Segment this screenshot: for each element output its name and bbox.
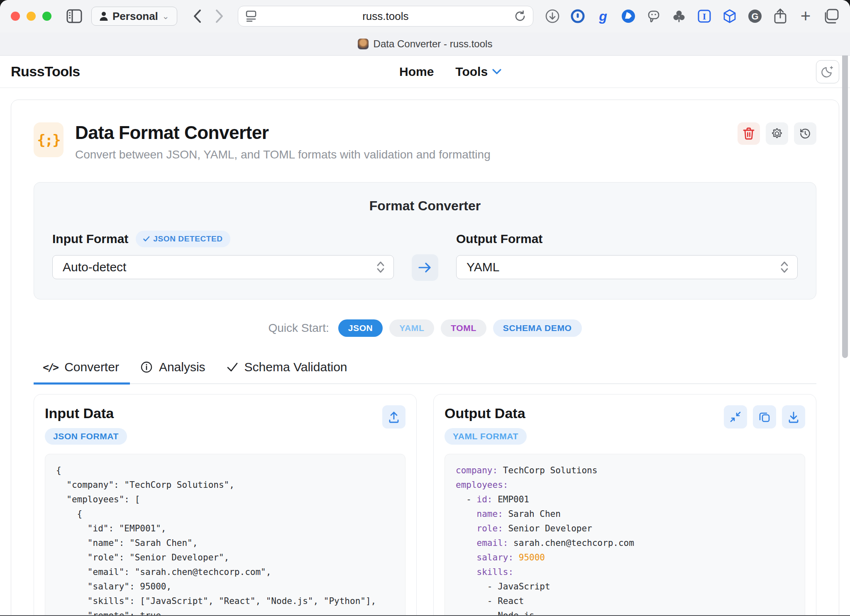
tab-converter[interactable]: </> Converter: [34, 360, 130, 385]
code-line: email: sarah.chen@techcorp.com: [456, 536, 794, 550]
info-icon: [141, 361, 152, 373]
collapse-output-button[interactable]: [724, 405, 747, 429]
clover-extension-icon[interactable]: [671, 8, 687, 24]
sidebar-toggle-icon[interactable]: [66, 9, 82, 23]
tool-actions: [738, 122, 816, 145]
trash-icon: [743, 127, 755, 140]
code-line: company: TechCorp Solutions: [456, 463, 794, 478]
code-line: "name": "Sarah Chen",: [56, 536, 394, 550]
page-scrollbar-thumb[interactable]: [842, 56, 848, 358]
site-favicon-avatar: [358, 39, 369, 49]
select-chevrons-icon: [376, 261, 385, 274]
instapaper-extension-icon[interactable]: I: [696, 8, 713, 24]
site-header: RussTools Home Tools: [0, 56, 850, 88]
close-window-button[interactable]: [11, 12, 20, 21]
upload-file-button[interactable]: [382, 405, 405, 429]
nav-tools-dropdown[interactable]: Tools: [455, 65, 502, 79]
convert-direction-cell: [394, 254, 456, 279]
zoom-window-button[interactable]: [42, 12, 51, 21]
output-data-panel: Output Data YAML FORMAT: [433, 394, 816, 616]
grammarly-extension-icon[interactable]: G: [747, 8, 763, 24]
new-tab-icon[interactable]: +: [797, 8, 814, 24]
code-line: salary: 95000: [456, 550, 794, 565]
convert-arrow-button[interactable]: [412, 254, 438, 281]
output-format-group: Output Format YAML: [456, 230, 798, 279]
profile-switcher-button[interactable]: Personal ⌄: [91, 7, 177, 26]
quick-start-schema-demo-button[interactable]: SCHEMA DEMO: [493, 319, 582, 337]
share-icon[interactable]: [772, 8, 789, 24]
mascot-extension-icon[interactable]: [620, 8, 637, 24]
main-nav: Home Tools: [399, 65, 502, 79]
code-line: "id": "EMP001",: [56, 521, 394, 536]
settings-button[interactable]: [766, 122, 788, 145]
input-format-badge: JSON FORMAT: [45, 428, 127, 445]
code-line: - React: [456, 594, 794, 609]
quick-start-json-button[interactable]: JSON: [338, 319, 383, 337]
clear-button[interactable]: [738, 122, 760, 145]
reload-icon[interactable]: [514, 10, 526, 22]
back-button[interactable]: [193, 9, 201, 23]
code-line: "role": "Senior Developer",: [56, 550, 394, 565]
code-line: "email": "sarah.chen@techcorp.com",: [56, 565, 394, 579]
input-code-editor[interactable]: { "company": "TechCorp Solutions", "empl…: [45, 454, 405, 616]
minimize-window-button[interactable]: [27, 12, 36, 21]
onepassword-extension-icon[interactable]: [569, 8, 586, 24]
window-controls: [11, 12, 51, 21]
profile-label: Personal: [112, 10, 158, 23]
reader-view-icon[interactable]: [245, 10, 257, 23]
code-line: - id: EMP001: [456, 492, 794, 507]
forward-button[interactable]: [215, 9, 224, 23]
url-text: russ.tools: [257, 10, 514, 23]
code-icon: </>: [43, 361, 58, 373]
output-code-view: company: TechCorp Solutionsemployees: - …: [445, 454, 805, 616]
output-format-select[interactable]: YAML: [456, 255, 798, 279]
ghostery-extension-icon[interactable]: g: [595, 8, 611, 24]
tab-analysis[interactable]: Analysis: [130, 360, 216, 385]
code-line: "remote": true,: [56, 609, 394, 616]
code-line: {: [56, 463, 394, 478]
input-panel-title: Input Data: [45, 405, 127, 421]
download-output-button[interactable]: [782, 405, 805, 429]
quick-start-toml-button[interactable]: TOML: [441, 319, 486, 337]
code-line: name: Sarah Chen: [456, 507, 794, 521]
mastodon-extension-icon[interactable]: [645, 8, 662, 24]
tool-heading: Data Format Converter Convert between JS…: [75, 122, 491, 161]
code-line: employees:: [456, 478, 794, 492]
tab-overview-icon[interactable]: [823, 8, 839, 24]
downloads-icon[interactable]: [544, 8, 561, 24]
input-json-code: { "company": "TechCorp Solutions", "empl…: [56, 463, 394, 616]
code-line: "company": "TechCorp Solutions",: [56, 478, 394, 492]
quick-start-row: Quick Start: JSON YAML TOML SCHEMA DEMO: [34, 319, 816, 337]
copy-output-button[interactable]: [753, 405, 776, 429]
code-line: "skills": ["JavaScript", "React", "Node.…: [56, 594, 394, 609]
code-line: - Node.js: [456, 609, 794, 616]
browser-window: Personal ⌄ russ.tools: [0, 0, 850, 616]
input-format-group: Input Format JSON DETECTED Auto-detect: [52, 230, 394, 279]
braces-tool-icon: {;}: [34, 122, 64, 157]
code-line: skills:: [456, 565, 794, 579]
address-bar[interactable]: russ.tools: [238, 6, 533, 27]
tool-header: {;} Data Format Converter Convert betwee…: [34, 122, 816, 161]
history-icon: [799, 127, 811, 140]
input-data-panel: Input Data JSON FORMAT { "company": "Tec…: [34, 394, 417, 616]
nav-home-link[interactable]: Home: [399, 65, 434, 79]
active-browser-tab[interactable]: Data Converter - russ.tools: [358, 38, 493, 50]
format-converter-section: Format Converter Input Format JSON DETEC…: [34, 182, 816, 299]
upload-icon: [388, 411, 400, 423]
browser-toolbar: Personal ⌄ russ.tools: [0, 0, 850, 32]
history-button[interactable]: [794, 122, 816, 145]
gear-icon: [771, 127, 783, 140]
tool-card: {;} Data Format Converter Convert betwee…: [11, 100, 839, 616]
svg-text:G: G: [751, 11, 758, 22]
page-subtitle: Convert between JSON, YAML, and TOML for…: [75, 148, 491, 161]
tab-schema-validation[interactable]: Schema Validation: [216, 360, 358, 385]
input-format-select[interactable]: Auto-detect: [52, 255, 394, 279]
brand-logo[interactable]: RussTools: [11, 63, 80, 80]
cube-extension-icon[interactable]: [721, 8, 738, 24]
select-chevrons-icon: [780, 261, 789, 274]
svg-text:I: I: [703, 11, 706, 22]
code-line: - JavaScript: [456, 579, 794, 594]
quick-start-yaml-button[interactable]: YAML: [389, 319, 434, 337]
dark-mode-toggle[interactable]: [816, 60, 839, 83]
output-format-badge: YAML FORMAT: [445, 428, 527, 445]
